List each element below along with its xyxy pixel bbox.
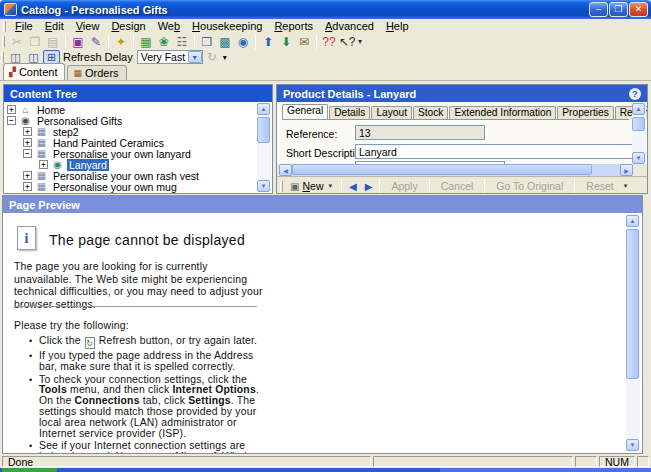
close-button[interactable]: ✕ [629,2,648,17]
scroll-right-icon[interactable]: ▶ [620,164,633,176]
help-contents-icon[interactable]: ?? [320,34,338,50]
publish-upload-icon[interactable]: ⬆ [259,34,277,50]
refresh-speed-combo[interactable]: Very Fast ▼ [137,50,203,64]
print-preview-icon[interactable]: ❒ [198,34,216,50]
tab-content[interactable]: ▞Content [3,63,65,80]
tree-node-personalised-gifts[interactable]: −◉Personalised Gifts [4,115,272,126]
panel-help-icon[interactable]: ? [629,88,641,100]
wizard-key-icon[interactable]: ✦ [112,34,130,50]
toolbar-overflow-chevron[interactable]: ▾ [356,34,364,50]
scroll-up-icon[interactable]: ▲ [626,215,639,227]
menu-housekeeping[interactable]: Housekeeping [186,20,268,32]
new-dropdown-icon[interactable]: ▾ [326,182,334,190]
status-text: Done [2,456,371,467]
refresh-page-icon: ↻ [85,337,95,349]
report-table-icon[interactable]: ▩ [216,34,234,50]
retrieve-download-icon[interactable]: ⬇ [277,34,295,50]
menu-reports[interactable]: Reports [268,20,319,32]
tab-content-icon: ▞ [9,67,16,77]
details-scrollbar[interactable]: ▲ ▼ [632,103,646,164]
workspace-tab-row: ▞Content▦Orders [0,64,651,81]
scroll-thumb[interactable] [257,117,270,143]
menu-edit[interactable]: Edit [39,20,70,32]
new-button[interactable]: ▣ New ▾ [286,180,338,192]
tree-scrollbar[interactable]: ▲ ▼ [257,103,271,192]
toolbar-separator [65,35,66,49]
menu-file[interactable]: File [9,20,39,32]
collapse-icon[interactable]: − [23,149,32,158]
minimize-button[interactable]: – [589,2,608,17]
catalog-globe-icon: ◉ [19,115,32,126]
expand-icon[interactable]: + [23,127,32,136]
design-theme-icon[interactable]: ❀ [155,34,173,50]
context-help-icon[interactable]: ↖? [338,34,356,50]
print-icon[interactable]: ☷ [173,34,191,50]
edit-pen-icon[interactable]: ✎ [87,34,105,50]
category-icon: ▦ [35,181,48,192]
scroll-thumb[interactable] [626,229,639,379]
expand-icon[interactable]: + [23,138,32,147]
expand-icon[interactable]: + [23,182,32,191]
menu-web[interactable]: Web [152,20,186,32]
content-tree-body: +⌂Home−◉Personalised Gifts+▦step2+▦Hand … [4,102,272,193]
detail-tab-general[interactable]: General [282,104,328,119]
preview-scrollbar[interactable]: ▲ ▼ [626,215,640,451]
scroll-left-icon[interactable]: ◀ [279,164,292,176]
layout-horizontal-split-icon[interactable]: ◫ [25,50,42,64]
menu-advanced[interactable]: Advanced [319,20,380,32]
toolbar-separator [379,179,380,193]
expand-icon[interactable]: + [39,160,48,169]
previous-record-button[interactable]: ◀ [345,181,361,192]
taskbar-window-button[interactable] [440,468,651,472]
scroll-up-icon[interactable]: ▲ [257,103,270,115]
bullet-marker: • [29,375,39,440]
scroll-thumb[interactable] [632,117,645,131]
next-record-button[interactable]: ▶ [361,181,377,192]
scroll-thumb[interactable] [292,164,592,175]
record-toolbar: ▣ New ▾ ◀ ▶ Apply Cancel Go To Original … [277,176,647,194]
expand-icon[interactable]: + [23,171,32,180]
tab-orders[interactable]: ▦Orders [67,65,126,80]
tree-node-home[interactable]: +⌂Home [4,104,272,115]
menu-view[interactable]: View [70,20,106,32]
collapse-icon[interactable]: − [7,116,16,125]
view-toolbar-overflow-chevron[interactable]: ▾ [221,49,229,65]
record-toolbar-overflow-chevron[interactable]: ▾ [622,182,630,190]
detail-tab-stock[interactable]: Stock [413,106,448,119]
reference-field[interactable] [355,125,485,140]
menu-help[interactable]: Help [380,20,415,32]
email-icon[interactable]: ✉ [295,34,313,50]
main-toolbar: ✂❐▤▣✎✦▦❀☷❒▩◉⬆⬇✉??↖?▾ [0,33,651,50]
tree-node-personalise-your-own-mug[interactable]: +▦Personalise your own mug [4,181,272,192]
bullet-text: If you typed the page address in the Add… [39,351,274,373]
restore-button[interactable]: ❐ [609,2,628,17]
detail-tab-extended-information[interactable]: Extended Information [449,106,556,119]
start-button[interactable] [2,468,57,472]
detail-tab-details[interactable]: Details [329,106,370,119]
layout-grid-icon[interactable]: ⊞ [43,50,60,64]
error-bullet-2: •If you typed the page address in the Ad… [14,351,274,373]
toolbar-separator [194,35,195,49]
layout-vertical-split-icon[interactable]: ◫ [7,50,24,64]
short-description-field[interactable] [355,144,633,159]
menu-design[interactable]: Design [105,20,151,32]
web-globe-icon[interactable]: ◉ [234,34,252,50]
detail-tab-layout[interactable]: Layout [371,106,412,119]
tree-node-hand-painted-ceramics[interactable]: +▦Hand Painted Ceramics [4,137,272,148]
scroll-down-icon[interactable]: ▼ [257,180,270,192]
tree-node-lanyard[interactable]: +◉Lanyard [4,159,272,170]
category-icon: ▦ [35,137,48,148]
combo-dropdown-icon[interactable]: ▼ [188,51,202,63]
details-hscrollbar[interactable]: ◀ ▶ [279,164,633,176]
detail-tab-properties[interactable]: Properties [557,106,613,119]
scroll-up-icon[interactable]: ▲ [632,103,645,115]
tree-node-personalise-your-own-rash-vest[interactable]: +▦Personalise your own rash vest [4,170,272,181]
expand-icon[interactable]: + [7,105,16,114]
preview-monitor-icon[interactable]: ▣ [69,34,87,50]
scroll-down-icon[interactable]: ▼ [632,152,645,164]
tree-node-step2[interactable]: +▦step2 [4,126,272,137]
tree-node-personalise-your-own-lanyard[interactable]: −▦Personalise your own lanyard [4,148,272,159]
scroll-down-icon[interactable]: ▼ [626,439,639,451]
tree-node-personalise-your-own-t-shirt[interactable]: +▦Personalise your own T-Shirt [4,192,272,193]
image-icon[interactable]: ▦ [137,34,155,50]
